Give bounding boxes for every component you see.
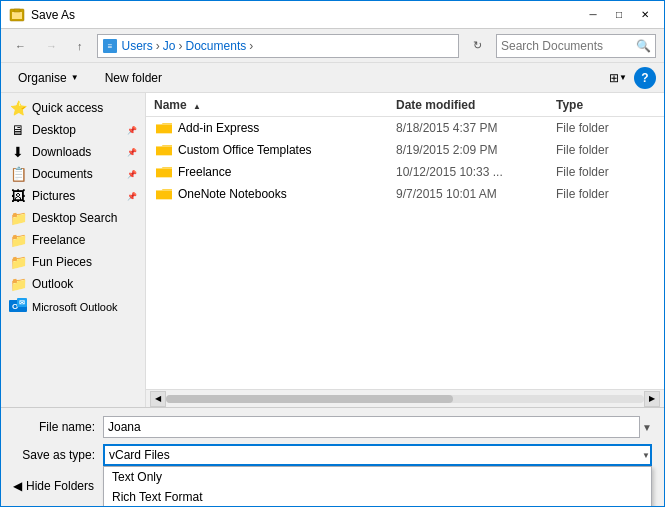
organise-dropdown-arrow: ▼ (71, 73, 79, 82)
table-row[interactable]: Custom Office Templates 8/19/2015 2:09 P… (146, 139, 664, 161)
table-row[interactable]: Add-in Express 8/18/2015 4:37 PM File fo… (146, 117, 664, 139)
minimize-button[interactable]: ─ (582, 6, 604, 24)
outlook-app-icon: O ✉ (9, 298, 27, 315)
file-date: 10/12/2015 10:33 ... (396, 165, 556, 179)
file-list-header: Name ▲ Date modified Type (146, 93, 664, 117)
dropdown-option-text-only[interactable]: Text Only (104, 467, 651, 487)
filetype-select[interactable]: vCard Files (103, 444, 652, 466)
file-type: File folder (556, 143, 656, 157)
filename-row: File name: ▼ (13, 416, 652, 438)
folder-icon (154, 186, 174, 202)
help-icon: ? (641, 71, 648, 85)
sidebar-item-outlook[interactable]: 📁 Outlook (1, 273, 145, 295)
filename-dropdown-arrow: ▼ (642, 422, 652, 433)
up-button[interactable]: ↑ (71, 37, 89, 55)
breadcrumb: ≡ Users › Jo › Documents › (97, 34, 460, 58)
svg-rect-2 (14, 9, 20, 12)
action-bar: Organise ▼ New folder ⊞ ▼ ? (1, 63, 664, 93)
column-date-modified[interactable]: Date modified (396, 98, 556, 112)
close-button[interactable]: ✕ (634, 6, 656, 24)
breadcrumb-documents[interactable]: Documents (186, 39, 247, 53)
filetype-row: Save as type: vCard Files ▼ Text Only Ri… (13, 444, 652, 466)
file-name: Custom Office Templates (178, 143, 396, 157)
main-content: ⭐ Quick access 🖥 Desktop 📌 ⬇ Downloads 📌… (1, 93, 664, 407)
sidebar: ⭐ Quick access 🖥 Desktop 📌 ⬇ Downloads 📌… (1, 93, 146, 407)
file-name: Freelance (178, 165, 396, 179)
file-type: File folder (556, 121, 656, 135)
hide-folders-arrow-icon: ◀ (13, 479, 22, 493)
sidebar-item-fun-pieces[interactable]: 📁 Fun Pieces (1, 251, 145, 273)
maximize-button[interactable]: □ (608, 6, 630, 24)
sidebar-item-downloads[interactable]: ⬇ Downloads 📌 (1, 141, 145, 163)
scroll-right-button[interactable]: ▶ (644, 391, 660, 407)
help-button[interactable]: ? (634, 67, 656, 89)
file-name: Add-in Express (178, 121, 396, 135)
scroll-thumb (166, 395, 453, 403)
folder-icon (154, 142, 174, 158)
table-row[interactable]: Freelance 10/12/2015 10:33 ... File fold… (146, 161, 664, 183)
sidebar-item-microsoft-outlook[interactable]: O ✉ Microsoft Outlook (1, 295, 145, 318)
breadcrumb-jo[interactable]: Jo (163, 39, 176, 53)
breadcrumb-users[interactable]: Users (122, 39, 153, 53)
dropdown-option-rich-text[interactable]: Rich Text Format (104, 487, 651, 507)
file-date: 9/7/2015 10:01 AM (396, 187, 556, 201)
folder-icon (154, 120, 174, 136)
desktop-pin-icon: 📌 (127, 126, 137, 135)
horizontal-scrollbar: ◀ ▶ (146, 389, 664, 407)
file-list: Name ▲ Date modified Type (146, 93, 664, 389)
svg-text:≡: ≡ (107, 42, 112, 51)
downloads-pin-icon: 📌 (127, 148, 137, 157)
form-area: File name: ▼ Save as type: vCard Files ▼… (1, 407, 664, 506)
refresh-button[interactable]: ↻ (467, 36, 488, 55)
organise-label: Organise (18, 71, 67, 85)
column-type[interactable]: Type (556, 98, 656, 112)
title-bar-controls: ─ □ ✕ (582, 6, 656, 24)
quick-access-icon: ⭐ (9, 100, 27, 116)
sidebar-item-quickaccess[interactable]: ⭐ Quick access (1, 97, 145, 119)
organise-button[interactable]: Organise ▼ (9, 68, 88, 88)
desktop-icon: 🖥 (9, 122, 27, 138)
sidebar-item-desktop-search[interactable]: 📁 Desktop Search (1, 207, 145, 229)
window-title: Save As (31, 8, 75, 22)
window-icon (9, 7, 25, 23)
outlook-folder-icon: 📁 (9, 276, 27, 292)
pictures-icon: 🖼 (9, 188, 27, 204)
file-date: 8/19/2015 2:09 PM (396, 143, 556, 157)
filename-label: File name: (13, 420, 103, 434)
column-name[interactable]: Name ▲ (154, 98, 396, 112)
desktop-search-folder-icon: 📁 (9, 210, 27, 226)
view-button[interactable]: ⊞ ▼ (606, 67, 630, 89)
new-folder-button[interactable]: New folder (96, 68, 171, 88)
fun-pieces-folder-icon: 📁 (9, 254, 27, 270)
save-as-dialog: Save As ─ □ ✕ ← → ↑ ≡ Users › Jo › Docum… (0, 0, 665, 507)
downloads-icon: ⬇ (9, 144, 27, 160)
filetype-dropdown-menu: Text Only Rich Text Format Outlook Templ… (103, 466, 652, 507)
search-box: 🔍 (496, 34, 656, 58)
hide-folders-button[interactable]: ◀ Hide Folders (13, 479, 94, 493)
documents-icon: 📋 (9, 166, 27, 182)
action-bar-right: ⊞ ▼ ? (606, 67, 656, 89)
filename-input[interactable] (103, 416, 640, 438)
documents-pin-icon: 📌 (127, 170, 137, 179)
title-bar: Save As ─ □ ✕ (1, 1, 664, 29)
file-type: File folder (556, 187, 656, 201)
folder-icon (154, 164, 174, 180)
sidebar-item-pictures[interactable]: 🖼 Pictures 📌 (1, 185, 145, 207)
filetype-label: Save as type: (13, 448, 103, 462)
file-name: OneNote Notebooks (178, 187, 396, 201)
view-icon: ⊞ (609, 71, 619, 85)
freelance-folder-icon: 📁 (9, 232, 27, 248)
svg-text:✉: ✉ (19, 299, 25, 306)
sidebar-item-documents[interactable]: 📋 Documents 📌 (1, 163, 145, 185)
file-date: 8/18/2015 4:37 PM (396, 121, 556, 135)
sidebar-item-freelance[interactable]: 📁 Freelance (1, 229, 145, 251)
search-input[interactable] (501, 39, 636, 53)
table-row[interactable]: OneNote Notebooks 9/7/2015 10:01 AM File… (146, 183, 664, 205)
sidebar-item-desktop[interactable]: 🖥 Desktop 📌 (1, 119, 145, 141)
scroll-left-button[interactable]: ◀ (150, 391, 166, 407)
file-area: Name ▲ Date modified Type (146, 93, 664, 407)
svg-rect-1 (12, 12, 22, 19)
forward-button[interactable]: → (40, 37, 63, 55)
back-button[interactable]: ← (9, 37, 32, 55)
view-dropdown-arrow: ▼ (619, 73, 627, 82)
